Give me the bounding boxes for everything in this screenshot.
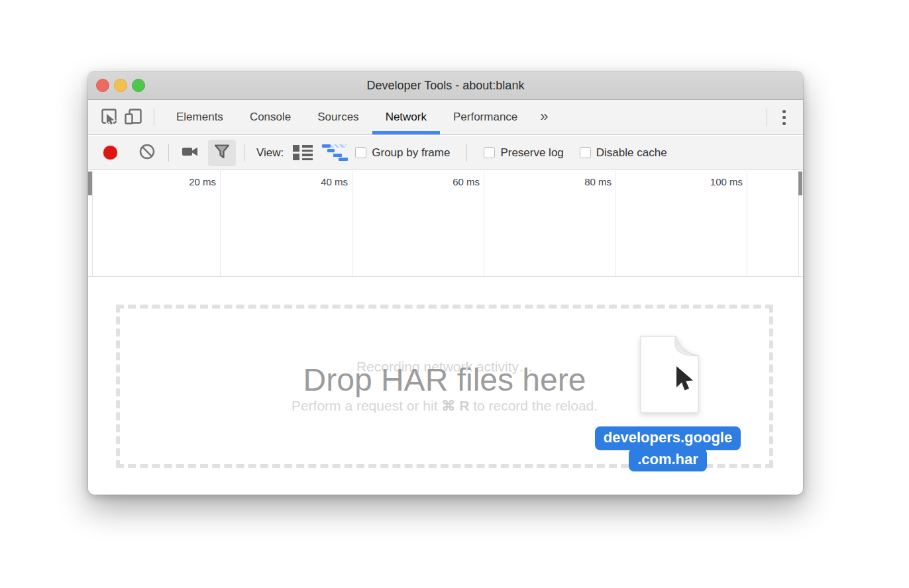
close-button[interactable]	[96, 79, 109, 92]
timeline-tick-label: 60 ms	[427, 176, 480, 187]
tab-sources[interactable]: Sources	[304, 100, 372, 134]
timeline-tick-label: 80 ms	[559, 176, 612, 187]
fullscreen-button[interactable]	[132, 79, 145, 92]
waterfall-view-icon	[322, 144, 347, 162]
list-view-icon	[293, 144, 313, 161]
inspect-element-button[interactable]	[97, 105, 121, 129]
separator	[767, 109, 767, 126]
record-icon	[103, 146, 117, 160]
network-overview-timeline: 20 ms 40 ms 60 ms 80 ms 100 ms	[88, 171, 803, 277]
use-large-request-rows-button[interactable]	[290, 140, 315, 166]
minimize-button[interactable]	[114, 79, 127, 92]
checkbox-icon[interactable]	[580, 147, 591, 158]
disable-cache-checkbox[interactable]: Disable cache	[580, 146, 667, 160]
device-toolbar-icon	[124, 108, 142, 127]
devtools-tabbar: Elements Console Sources Network Perform…	[88, 100, 803, 135]
filmstrip-camera-icon	[182, 144, 199, 162]
filter-button[interactable]	[208, 140, 236, 166]
timeline-scroll-handle-left[interactable]	[88, 172, 92, 195]
separator	[466, 144, 467, 162]
window-titlebar: Developer Tools - about:blank	[88, 72, 803, 100]
timeline-gridline	[615, 171, 616, 276]
tab-network[interactable]: Network	[372, 100, 440, 134]
window-title: Developer Tools - about:blank	[88, 72, 803, 100]
checkbox-icon[interactable]	[355, 147, 366, 158]
preserve-log-checkbox[interactable]: Preserve log	[484, 146, 563, 160]
filename-line-2: .com.har	[629, 448, 707, 472]
main-menu-kebab-icon[interactable]	[776, 106, 792, 129]
timeline-scroll-handle-right[interactable]	[798, 172, 802, 195]
mouse-cursor-icon	[674, 365, 698, 398]
timeline-tick-label: 20 ms	[163, 176, 216, 187]
group-by-frame-checkbox[interactable]: Group by frame	[355, 146, 450, 160]
devtools-window: Developer Tools - about:blank Elements C…	[88, 72, 803, 495]
filename-line-1: developers.google	[595, 426, 741, 450]
separator	[244, 144, 245, 162]
filter-funnel-icon	[213, 144, 231, 162]
dragged-filename-chip: developers.google .com.har	[588, 426, 747, 471]
timeline-gridline	[484, 171, 484, 276]
checkbox-icon[interactable]	[484, 147, 495, 158]
tab-performance[interactable]: Performance	[440, 100, 531, 134]
separator	[154, 109, 154, 126]
separator	[168, 144, 169, 162]
timeline-left-boundary	[92, 171, 93, 276]
view-label: View:	[256, 146, 284, 160]
show-overview-button[interactable]	[322, 140, 347, 166]
timeline-tick-label: 40 ms	[295, 176, 348, 187]
network-toolbar: View: Group by frame	[88, 136, 803, 170]
record-network-log-button[interactable]	[97, 140, 123, 166]
more-tabs-chevron-icon[interactable]: »	[531, 108, 557, 125]
traffic-lights	[96, 79, 145, 92]
timeline-tick-label: 100 ms	[690, 176, 743, 187]
tab-elements[interactable]: Elements	[163, 100, 237, 134]
timeline-gridline	[747, 171, 747, 276]
tab-console[interactable]: Console	[237, 100, 304, 134]
capture-screenshots-button[interactable]	[178, 140, 203, 166]
device-toolbar-button[interactable]	[121, 105, 145, 129]
block-icon	[138, 143, 156, 162]
timeline-gridline	[352, 171, 352, 276]
tabbar-right-controls	[758, 106, 803, 129]
inspect-cursor-icon	[101, 108, 118, 127]
timeline-gridline	[220, 171, 221, 276]
clear-button[interactable]	[134, 140, 160, 166]
